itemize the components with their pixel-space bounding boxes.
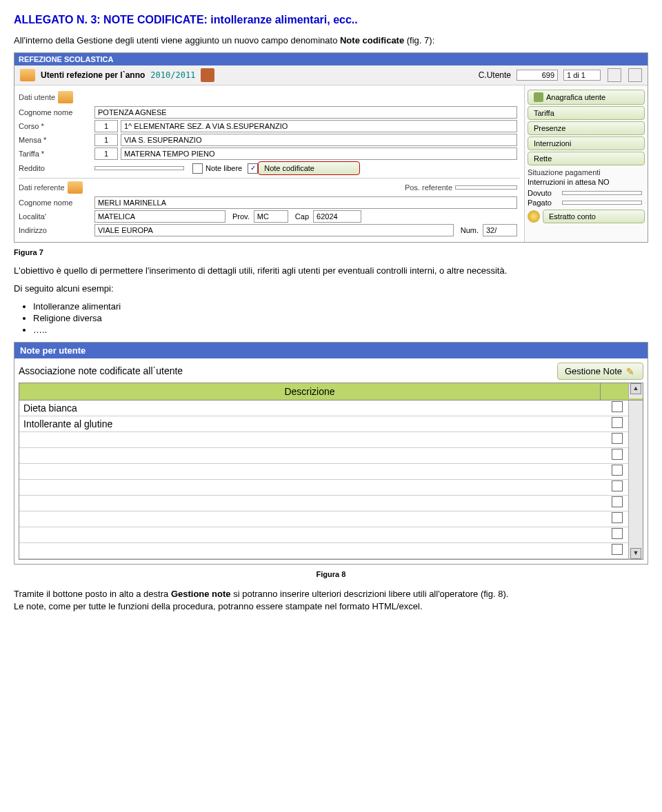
row-checkbox[interactable]: [612, 417, 623, 428]
table-row[interactable]: [19, 511, 628, 527]
ref-cognome-input[interactable]: MERLI MARINELLA: [94, 196, 517, 209]
table-row[interactable]: Intollerante al glutine: [19, 416, 628, 432]
app-window: REFEZIONE SCOLASTICA Utenti refezione pe…: [14, 52, 648, 243]
interruzioni-label: Interruzioni: [534, 139, 571, 148]
estratto-conto-button[interactable]: Estratto conto: [543, 210, 645, 223]
nav-btn-2[interactable]: [628, 68, 642, 82]
people-icon: [20, 69, 35, 81]
row-checkbox[interactable]: [612, 512, 623, 523]
record-counter: 1 di 1: [563, 70, 601, 81]
corso-input[interactable]: 1^ ELEMENTARE SEZ. A VIA S.ESUPERANZIO: [121, 120, 517, 132]
row-checkbox[interactable]: [612, 480, 623, 491]
row-checkbox[interactable]: [612, 465, 623, 476]
row-desc: [19, 502, 606, 505]
book-icon[interactable]: [201, 68, 214, 82]
list-item: Intolleranze alimentari: [33, 301, 648, 312]
examples-list: Intolleranze alimentari Religione divers…: [33, 301, 648, 335]
nav-btn-1[interactable]: [608, 68, 621, 82]
checkbox-icon: [192, 163, 203, 174]
mensa-code[interactable]: 1: [94, 134, 118, 146]
localita-input[interactable]: MATELICA: [94, 210, 225, 223]
rette-button[interactable]: Rette: [528, 152, 645, 165]
anagrafica-button[interactable]: Anagrafica utente: [528, 90, 645, 105]
closing-line2: Le note, come per tutte le funzioni dell…: [14, 601, 423, 611]
note-title-bar: Note per utente: [14, 343, 648, 358]
reddito-input[interactable]: [94, 166, 184, 170]
table-row[interactable]: [19, 496, 628, 511]
indirizzo-input[interactable]: VIALE EUROPA: [94, 224, 454, 236]
row-desc: [19, 454, 606, 457]
ref-cognome-label: Cognome nome: [19, 199, 94, 207]
prov-label: Prov.: [232, 212, 250, 221]
figure-7-caption: Figura 7: [14, 248, 648, 256]
intro-bold: Note codificate: [340, 35, 404, 45]
interruzioni-button[interactable]: Interruzioni: [528, 136, 645, 150]
num-label: Num.: [461, 226, 479, 234]
doc-title: ALLEGATO N. 3: NOTE CODIFICATE: intoller…: [14, 14, 648, 26]
notes-grid: Descrizione ▲ Dieta bianca Intollerante …: [19, 383, 643, 560]
table-row[interactable]: [19, 464, 628, 480]
row-checkbox[interactable]: [612, 449, 623, 460]
tariffa-code[interactable]: 1: [94, 148, 118, 160]
year-value: 2010/2011: [150, 70, 195, 80]
app-title: REFEZIONE SCOLASTICA: [19, 55, 114, 63]
indirizzo-label: Indirizzo: [19, 226, 94, 234]
row-checkbox[interactable]: [612, 433, 623, 444]
corso-label: Corso *: [19, 122, 94, 130]
cognome-input[interactable]: POTENZA AGNESE: [94, 106, 517, 119]
num-input[interactable]: 32/: [483, 224, 517, 236]
right-panel: Anagrafica utente Tariffa Presenze Inter…: [524, 85, 648, 242]
pagato-input[interactable]: [562, 201, 642, 205]
cognome-label: Cognome nome: [19, 108, 94, 116]
tariffa-label: Tariffa *: [19, 150, 94, 158]
mensa-input[interactable]: VIA S. ESUPERANZIO: [121, 134, 517, 146]
rette-label: Rette: [534, 154, 552, 163]
tariffa-button[interactable]: Tariffa: [528, 106, 645, 120]
c-utente-label: C.Utente: [479, 70, 511, 80]
row-desc: [19, 486, 606, 489]
list-item: …..: [33, 325, 648, 335]
scroll-down-icon[interactable]: ▼: [630, 548, 641, 559]
c-utente-value[interactable]: 699: [516, 70, 558, 81]
table-row[interactable]: [19, 448, 628, 464]
cap-input[interactable]: 62024: [313, 210, 361, 223]
note-libere-checkbox[interactable]: Note libere: [192, 163, 242, 174]
intro-paragraph: All'interno della Gestione degli utenti …: [14, 34, 648, 47]
interruzioni-attesa-row: Interruzioni in attesa NO: [528, 178, 645, 186]
note-codificate-check-icon[interactable]: [248, 163, 258, 174]
coin-icon[interactable]: [528, 210, 540, 223]
scrollbar[interactable]: ▼: [628, 400, 643, 559]
objective-paragraph: L'obiettivo è quello di permettere l'ins…: [14, 265, 648, 277]
reddito-label: Reddito: [19, 164, 94, 172]
presenze-label: Presenze: [534, 124, 565, 132]
left-panel: Dati utente Cognome nome POTENZA AGNESE …: [14, 85, 524, 242]
table-row[interactable]: [19, 527, 628, 543]
col-check-header: [601, 383, 628, 400]
card-icon: [534, 92, 543, 102]
app-header-row: Utenti refezione per l`anno 2010/2011 C.…: [14, 65, 648, 85]
scroll-up-icon[interactable]: ▲: [630, 383, 641, 394]
pos-referente-input[interactable]: [455, 185, 517, 190]
closing-prefix: Tramite il bottone posto in alto a destr…: [14, 589, 171, 599]
section-dati-utente: Dati utente: [19, 91, 520, 103]
row-checkbox[interactable]: [612, 528, 623, 539]
prov-input[interactable]: MC: [254, 210, 288, 223]
dati-referente-label: Dati referente: [19, 183, 65, 192]
table-row[interactable]: [19, 480, 628, 496]
table-row[interactable]: Dieta bianca: [19, 400, 628, 416]
row-checkbox[interactable]: [612, 401, 623, 412]
table-row[interactable]: [19, 543, 628, 559]
pos-referente-label: Pos. referente: [405, 183, 452, 192]
row-desc: [19, 534, 606, 536]
anagrafica-label: Anagrafica utente: [546, 93, 605, 101]
note-libere-label: Note libere: [205, 164, 242, 172]
row-checkbox[interactable]: [612, 496, 623, 507]
presenze-button[interactable]: Presenze: [528, 121, 645, 135]
tariffa-input[interactable]: MATERNA TEMPO PIENO: [121, 148, 517, 160]
gestione-note-button[interactable]: Gestione Note: [557, 363, 643, 380]
row-checkbox[interactable]: [612, 544, 623, 555]
corso-code[interactable]: 1: [94, 120, 118, 132]
table-row[interactable]: [19, 432, 628, 448]
dovuto-input[interactable]: [562, 191, 642, 195]
note-codificate-button[interactable]: Note codificate: [258, 161, 360, 175]
